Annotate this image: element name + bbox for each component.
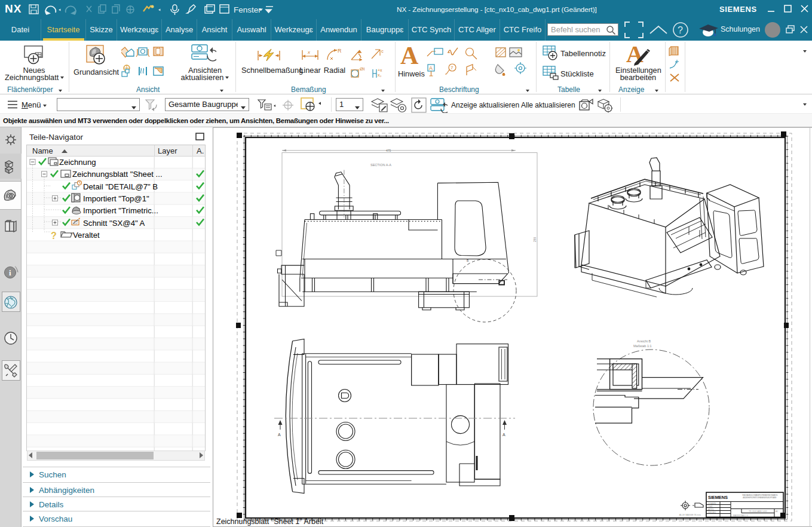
svg-text:A: A: [278, 433, 281, 437]
svg-text:Importiert "Trimetric...: Importiert "Trimetric...: [83, 206, 158, 215]
svg-text:Importiert "Top@1": Importiert "Top@1": [83, 194, 149, 203]
svg-text:475: 475: [386, 149, 391, 152]
svg-text:Ansicht B: Ansicht B: [637, 339, 651, 343]
svg-text:SIEMENS: SIEMENS: [708, 495, 728, 500]
svg-text:DRAWN: DRAWN: [708, 503, 716, 505]
svg-text:SECTION A-A: SECTION A-A: [370, 163, 391, 167]
svg-text:x: x: [307, 50, 311, 55]
svg-text:AND IS THE PROPERTY OF SIEMENS: AND IS THE PROPERTY OF SIEMENS PLM SOFTW…: [743, 497, 777, 499]
svg-text:ISSUED: ISSUED: [708, 511, 716, 514]
svg-text:+x: +x: [378, 68, 382, 72]
svg-text:ALLE MASSE IN mm: ALLE MASSE IN mm: [679, 514, 701, 516]
svg-text:ØI: ØI: [360, 66, 364, 72]
svg-text:Fenster: Fenster: [234, 5, 261, 14]
svg-text:MASSSTAB 1:5: MASSSTAB 1:5: [733, 514, 748, 517]
svg-text:Detail "DETAIL@7" B: Detail "DETAIL@7" B: [83, 182, 158, 191]
svg-text:R: R: [338, 48, 342, 54]
svg-text:x₀: x₀: [378, 73, 382, 77]
svg-text:7: 7: [451, 65, 454, 71]
svg-text:Schnitt "SX@4" A: Schnitt "SX@4" A: [83, 219, 145, 228]
svg-text:A: A: [502, 433, 505, 437]
svg-text:255: 255: [533, 237, 537, 242]
svg-text:THIS DRAWING CONTAINS PROPRIET: THIS DRAWING CONTAINS PROPRIETARY INFORM…: [742, 494, 778, 497]
svg-text:A2: A2: [776, 510, 778, 513]
svg-text:Maßstab 1:1: Maßstab 1:1: [633, 344, 652, 348]
svg-text:i: i: [9, 268, 11, 277]
svg-text:?: ?: [51, 231, 57, 241]
svg-text:TR 2632 ABB 1432: TR 2632 ABB 1432: [749, 510, 767, 513]
svg-text:CHK: CHK: [708, 505, 713, 508]
svg-text:Zeichnung: Zeichnung: [59, 158, 96, 167]
svg-text:c: c: [381, 48, 384, 54]
svg-text:Veraltet: Veraltet: [73, 231, 100, 240]
svg-text:?: ?: [678, 25, 683, 35]
svg-text:A: A: [429, 65, 433, 71]
svg-text:APPD: APPD: [708, 508, 714, 511]
svg-text:Zeichnungsblatt "Sheet ...: Zeichnungsblatt "Sheet ...: [72, 170, 163, 179]
